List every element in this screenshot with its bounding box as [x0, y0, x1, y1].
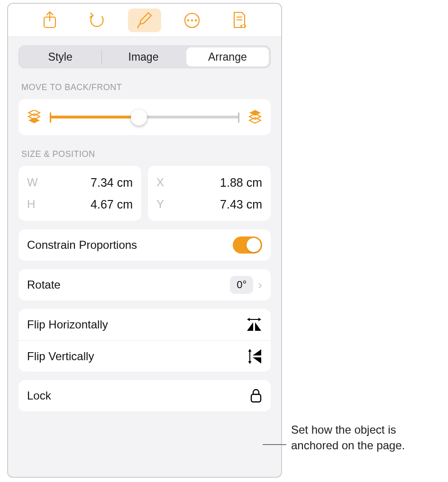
- svg-marker-24: [253, 357, 261, 364]
- x-key: X: [156, 176, 171, 189]
- tab-arrange[interactable]: Arrange: [186, 47, 269, 66]
- width-key: W: [27, 176, 41, 189]
- size-position-title: SIZE & POSITION: [8, 135, 281, 164]
- rotate-label: Rotate: [27, 278, 61, 291]
- flip-vertical-icon: [248, 348, 262, 364]
- lock-label: Lock: [27, 389, 51, 402]
- undo-icon: [88, 11, 107, 30]
- svg-marker-19: [255, 322, 261, 331]
- height-key: H: [27, 198, 41, 211]
- document-icon: [230, 10, 248, 30]
- width-height-box[interactable]: W 7.34 cm H 4.67 cm: [18, 166, 141, 221]
- slider-knob[interactable]: [131, 109, 147, 126]
- tab-image-label: Image: [128, 51, 159, 64]
- callout-text: Set how the object is anchored on the pa…: [286, 422, 443, 453]
- svg-rect-25: [251, 394, 261, 402]
- svg-marker-9: [28, 118, 40, 123]
- more-button[interactable]: [175, 9, 209, 32]
- flip-h-label: Flip Horizontally: [27, 318, 108, 331]
- x-y-box[interactable]: X 1.88 cm Y 7.43 cm: [148, 166, 271, 221]
- svg-marker-18: [247, 322, 253, 331]
- layer-order-slider[interactable]: [50, 109, 239, 126]
- svg-marker-23: [253, 349, 261, 355]
- width-value: 7.34 cm: [91, 176, 133, 190]
- y-key: Y: [156, 198, 171, 211]
- flip-card: Flip Horizontally Flip Vertically: [18, 309, 271, 372]
- bring-to-front-icon[interactable]: [248, 110, 262, 124]
- flip-vertical-row[interactable]: Flip Vertically: [18, 340, 271, 372]
- more-icon: [183, 11, 201, 30]
- chevron-right-icon: ›: [258, 278, 262, 292]
- tab-style[interactable]: Style: [19, 46, 101, 68]
- share-button[interactable]: [33, 9, 66, 32]
- svg-marker-16: [247, 318, 250, 321]
- x-value: 1.88 cm: [220, 176, 262, 190]
- constrain-proportions-row: Constrain Proportions: [18, 229, 271, 261]
- lock-row[interactable]: Lock: [18, 380, 271, 411]
- svg-marker-12: [249, 118, 261, 123]
- tab-style-label: Style: [48, 51, 73, 64]
- svg-marker-11: [28, 110, 40, 116]
- svg-marker-21: [248, 349, 252, 352]
- format-inspector-panel: Style Image Arrange MOVE TO BACK/FRONT S…: [7, 3, 282, 478]
- format-brush-button[interactable]: [128, 9, 161, 32]
- svg-marker-14: [249, 110, 261, 116]
- tab-arrange-label: Arrange: [208, 51, 247, 64]
- tab-image[interactable]: Image: [102, 46, 184, 68]
- layer-order-card: [18, 99, 271, 135]
- undo-button[interactable]: [81, 9, 114, 32]
- flip-v-label: Flip Vertically: [27, 350, 94, 363]
- svg-point-8: [242, 25, 245, 27]
- svg-marker-17: [258, 318, 261, 321]
- svg-point-4: [191, 19, 193, 21]
- flip-horizontal-icon: [246, 318, 262, 332]
- constrain-label: Constrain Proportions: [27, 238, 137, 252]
- flip-horizontal-row[interactable]: Flip Horizontally: [18, 309, 271, 340]
- size-position-grid: W 7.34 cm H 4.67 cm X 1.88 cm Y 7.43 cm: [18, 166, 271, 221]
- y-value: 7.43 cm: [220, 198, 262, 211]
- send-to-back-icon[interactable]: [27, 110, 41, 124]
- brush-icon: [135, 11, 154, 30]
- constrain-toggle[interactable]: [233, 236, 262, 254]
- layer-order-title: MOVE TO BACK/FRONT: [8, 68, 281, 97]
- help-callout: Set how the object is anchored on the pa…: [286, 422, 443, 453]
- share-icon: [42, 11, 58, 30]
- format-tabs: Style Image Arrange: [18, 45, 271, 68]
- height-value: 4.67 cm: [91, 198, 133, 211]
- top-toolbar: [8, 4, 281, 37]
- svg-marker-22: [248, 361, 252, 364]
- rotate-row[interactable]: Rotate 0° ›: [18, 269, 271, 300]
- svg-point-3: [187, 19, 189, 21]
- svg-point-5: [195, 19, 197, 21]
- lock-icon: [250, 388, 262, 403]
- document-options-button[interactable]: [223, 9, 256, 32]
- callout-leader-line: [263, 444, 286, 445]
- rotate-value: 0°: [230, 276, 253, 294]
